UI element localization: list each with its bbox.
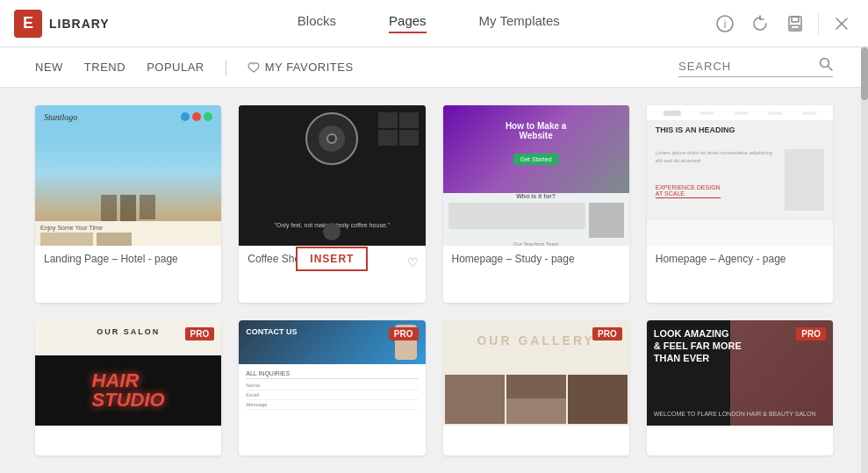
search-icon-button[interactable] — [819, 57, 833, 75]
filter-trend[interactable]: TREND — [84, 61, 126, 74]
header: E LIBRARY Blocks Pages My Templates i — [0, 0, 868, 47]
scrollbar-thumb[interactable] — [861, 47, 868, 100]
filter-buttons: NEW TREND POPULAR MY FAVORITES — [35, 60, 354, 75]
close-icon-button[interactable] — [829, 11, 854, 36]
card-label-hotel: Landing Page – Hotel - page — [35, 246, 221, 272]
insert-button[interactable]: INSERT — [296, 247, 368, 271]
card-salon[interactable]: PRO OUR SALON HAIRSTUDIO — [35, 320, 221, 456]
pro-badge-salon: PRO — [185, 327, 215, 340]
info-icon-button[interactable]: i — [713, 11, 737, 36]
tab-blocks[interactable]: Blocks — [298, 13, 336, 33]
filter-divider — [226, 60, 226, 75]
tab-pages[interactable]: Pages — [389, 13, 427, 33]
card-label-agency: Homepage – Agency - page — [647, 246, 833, 272]
svg-line-8 — [829, 67, 833, 71]
card-gallery[interactable]: PRO OUR GALLERY — [443, 320, 629, 456]
card-coffee[interactable]: "Only feel, not make a tasty coffee hous… — [239, 105, 425, 303]
search-input[interactable] — [678, 60, 819, 73]
card-contact[interactable]: PRO CONTACT US ALL INQUIRIES Name Email … — [239, 320, 425, 456]
scrollbar[interactable] — [861, 47, 868, 473]
heart-icon — [247, 61, 260, 74]
library-label: LIBRARY — [49, 17, 110, 31]
card-flare[interactable]: PRO LOOK AMAZING& FEEL FAR MORETHAN EVER… — [647, 320, 833, 456]
filter-new[interactable]: NEW — [35, 61, 63, 74]
elementor-logo-icon: E — [14, 10, 42, 38]
card-hotel[interactable]: Stuntlogo Your Dream Vacation is Here En… — [35, 105, 221, 303]
card-thumb-hotel: Stuntlogo Your Dream Vacation is Here En… — [35, 105, 221, 246]
pro-badge-gallery: PRO — [592, 327, 622, 340]
toolbar: NEW TREND POPULAR MY FAVORITES — [0, 47, 868, 88]
card-thumb-coffee: "Only feel, not make a tasty coffee hous… — [239, 105, 425, 246]
template-grid: Stuntlogo Your Dream Vacation is Here En… — [0, 88, 868, 473]
card-study[interactable]: How to Make aWebsite Get Started Who is … — [443, 105, 629, 303]
thumb-logo: Stuntlogo — [44, 112, 77, 122]
search-area — [678, 57, 833, 77]
svg-rect-3 — [792, 17, 799, 22]
thumb-icons — [181, 112, 212, 121]
card-agency[interactable]: THIS IS AN HEADING Lorem ipsum dolor sit… — [647, 105, 833, 303]
refresh-icon-button[interactable] — [748, 11, 772, 36]
svg-text:i: i — [724, 18, 727, 31]
card-thumb-study: How to Make aWebsite Get Started Who is … — [443, 105, 629, 246]
favorites-button[interactable]: MY FAVORITES — [247, 61, 354, 74]
header-actions: i — [713, 11, 854, 36]
svg-rect-4 — [791, 25, 800, 29]
save-icon-button[interactable] — [783, 11, 807, 36]
favorites-label: MY FAVORITES — [265, 61, 354, 74]
filter-popular[interactable]: POPULAR — [147, 61, 204, 74]
card-thumb-agency: THIS IS AN HEADING Lorem ipsum dolor sit… — [647, 105, 833, 246]
logo-letter: E — [23, 14, 33, 32]
pro-badge-flare: PRO — [796, 327, 826, 340]
search-icon — [819, 57, 833, 71]
card-label-study: Homepage – Study - page — [443, 246, 629, 272]
tab-my-templates[interactable]: My Templates — [479, 13, 560, 33]
pro-badge-contact: PRO — [389, 327, 419, 340]
header-divider — [818, 13, 819, 34]
main-tabs: Blocks Pages My Templates — [145, 13, 713, 33]
logo-area: E LIBRARY — [14, 10, 110, 38]
heart-button[interactable]: ♡ — [407, 255, 419, 269]
